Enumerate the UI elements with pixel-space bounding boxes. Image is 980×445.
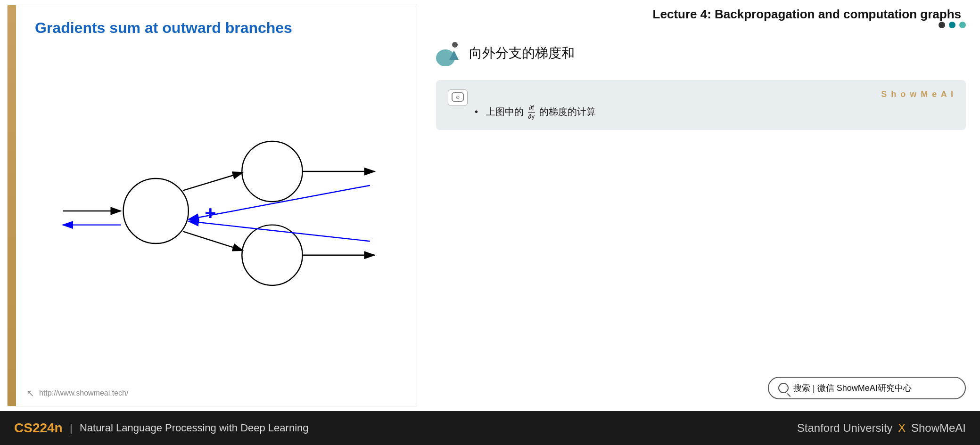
svg-point-14 [452,42,458,48]
text-suffix: 的梯度的计算 [539,106,596,117]
section-title: 向外分支的梯度和 [469,44,575,62]
lecture-title: Lecture 4: Backpropagation and computati… [653,7,966,22]
right-panel: Lecture 4: Backpropagation and computati… [422,0,980,411]
dot-light-teal [959,22,966,28]
text-prefix: 上图中的 [486,106,524,117]
course-name: Natural Language Processing with Deep Le… [80,422,309,434]
slide-footer: ↖ http://www.showmeai.tech/ [8,380,417,406]
diagram-svg: + [35,56,398,366]
showmeai-label: S h o w M e A I [475,89,954,99]
bullet: • [475,106,478,117]
svg-line-4 [183,172,243,191]
section-icon [436,40,462,66]
course-code: CS224n [14,421,63,436]
diagram-area: + [35,56,398,366]
dot-dark [939,22,945,28]
slide-title: Gradients sum at outward branches [35,19,398,37]
search-icon [778,383,789,393]
slide-url: http://www.showmeai.tech/ [39,389,128,397]
x-separator: X [898,421,906,434]
svg-text:+: + [205,202,216,224]
stanford-text: Stanford University [797,421,893,434]
showmeai-brand-footer: ShowMeAI [911,421,966,434]
slide-left-bar [8,5,16,406]
bottom-right: Stanford University X ShowMeAI [797,421,966,435]
fraction: ∂f ∂y [527,104,535,121]
search-text: 搜索 | 微信 ShowMeAI研究中心 [793,382,912,394]
section-header: 向外分支的梯度和 [436,40,966,66]
bottom-divider: | [70,421,73,435]
svg-text:⊙: ⊙ [456,95,460,100]
card-content: S h o w M e A I • 上图中的 ∂f ∂y 的梯度的计算 [475,89,954,121]
fraction-denominator: ∂y [527,113,535,121]
slide-panel: Gradients sum at outward branches [7,5,417,406]
search-box[interactable]: 搜索 | 微信 ShowMeAI研究中心 [768,377,966,399]
svg-line-5 [183,231,243,250]
svg-point-0 [124,178,189,243]
svg-point-1 [242,141,302,202]
search-area: 搜索 | 微信 ShowMeAI研究中心 [436,377,966,404]
bottom-left: CS224n | Natural Language Processing wit… [14,421,309,436]
dots-row [653,22,966,28]
dot-teal [949,22,955,28]
fraction-numerator: ∂f [528,104,535,113]
card-text: • 上图中的 ∂f ∂y 的梯度的计算 [475,104,954,121]
content-card: ⊙ S h o w M e A I • 上图中的 ∂f ∂y 的梯度的计算 [436,80,966,130]
ai-badge: ⊙ [448,89,468,106]
cursor-icon: ↖ [26,388,34,399]
bottom-bar: CS224n | Natural Language Processing wit… [0,411,980,445]
svg-point-2 [242,225,302,285]
